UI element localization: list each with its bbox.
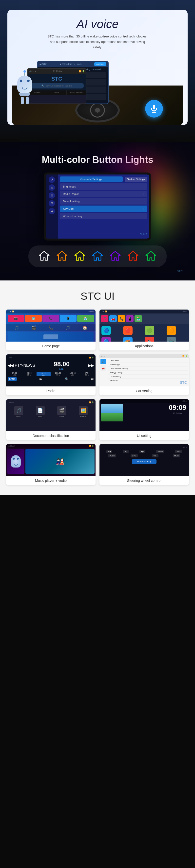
home-screen: ⬡ ▼ 📶 1:48:53 📷 🗺️ 📞 📱 🏪 🎵 🎬: [6, 310, 95, 342]
svg-rect-0: [153, 105, 155, 110]
device-mockup: ↺ ⌂ ☰ ⚙ ◀ Generale Settings System Setti…: [5, 173, 190, 241]
ui-card-radio: 13:46 📶 🔋 ◀◀ PTY-NEWS 98.00 MHz ▶▶: [6, 354, 95, 395]
svg-marker-5: [75, 251, 85, 260]
ui-card-music: 11:00 AM 📶 🔋: [6, 444, 95, 485]
ai-voice-title: AI voice: [72, 17, 124, 31]
stc-logo-bottom: STC: [5, 270, 190, 273]
stc-logo-device: STC: [140, 232, 147, 236]
svg-marker-7: [110, 251, 120, 260]
btn-light-yellow: [73, 249, 86, 263]
svg-marker-6: [92, 251, 103, 260]
settings-panel-title: Generale Settings: [60, 177, 123, 182]
voice-screen-front: 🔊 ⬡ ▼ 11:29 AM 📶 🔋 STC 🔍 Say 'Ok Google'…: [27, 68, 86, 104]
apps-screen: ⬡ ▼ 📶 1:48:53 🎵 🚗 📞 📱 🏪 🔵 🔴: [100, 310, 189, 342]
svg-marker-3: [39, 251, 49, 260]
button-lights-row: [28, 245, 167, 267]
ui-card-doc: Classify 📶 🔋 🎵 Music 📄 Docs: [6, 399, 95, 440]
ai-voice-description: STC has more than 35 offline wake-up-fre…: [46, 34, 149, 50]
svg-marker-8: [128, 251, 138, 260]
ui-card-home: ⬡ ▼ 📶 1:48:53 📷 🗺️ 📞 📱 🏪 🎵 🎬: [6, 310, 95, 350]
whitelist-setting-row[interactable]: Whitelist setting›: [60, 213, 147, 219]
brightness-row[interactable]: Brightness›: [60, 183, 147, 190]
doc-label: Document classification: [6, 431, 95, 440]
btn-light-purple: [109, 249, 122, 263]
ui-card-steering: 1:19:24 ◀◀ ▶|| ▶▶ Radio Vol+ Audio GPS V…: [100, 444, 189, 485]
ai-voice-section: AI voice STC has more than 35 offline wa…: [0, 0, 195, 142]
stc-ui-title: STC UI: [5, 290, 190, 302]
multicolor-section: Multi-color Button Lights ↺ ⌂ ☰ ⚙ ◀: [0, 142, 195, 280]
time-display: 09:09: [169, 404, 186, 411]
music-screen: 11:00 AM 📶 🔋: [6, 444, 95, 476]
radio-region-row[interactable]: Radio Region›: [60, 191, 147, 197]
ui-setting-screen: 1:06:44 09:09 UI Setting: [100, 399, 189, 431]
mic-button[interactable]: [145, 100, 163, 118]
ui-cards-grid: ⬡ ▼ 📶 1:48:53 📷 🗺️ 📞 📱 🏪 🎵 🎬: [6, 310, 189, 485]
svg-marker-9: [146, 251, 156, 260]
car-setting-screen: 13:15 📶 🔋 🎵 🚗 Drive safe› Interior light…: [100, 354, 189, 386]
car-setting-label: Car setting: [100, 386, 189, 395]
steering-label: Steering wheel control: [100, 476, 189, 485]
ui-setting-label: UI setting: [100, 431, 189, 440]
apps-label: Applications: [100, 342, 189, 350]
radio-label: Radio: [6, 386, 95, 395]
btn-light-white: [38, 249, 51, 263]
start-scanning-btn[interactable]: Start Scanning: [132, 459, 156, 464]
radio-screen: 13:46 📶 🔋 ◀◀ PTY-NEWS 98.00 MHz ▶▶: [6, 354, 95, 386]
key-light-row[interactable]: Key Light›: [60, 206, 147, 212]
system-settings-label: System Settings: [124, 177, 147, 182]
ui-card-apps: ⬡ ▼ 📶 1:48:53 🎵 🚗 📞 📱 🏪 🔵 🔴: [100, 310, 189, 350]
radio-freq-display: 98.00: [54, 360, 69, 368]
home-label: Home page: [6, 342, 95, 350]
ui-card-ui-setting: 1:06:44 09:09 UI Setting UI setting: [100, 399, 189, 440]
music-label: Music player + vedio: [6, 476, 95, 485]
robot-mascot: [17, 76, 32, 104]
steering-screen: 1:19:24 ◀◀ ▶|| ▶▶ Radio Vol+ Audio GPS V…: [100, 444, 189, 476]
stc-ui-section: STC UI ⬡ ▼ 📶 1:48:53 📷 🗺️ 📞 📱: [0, 280, 195, 495]
doc-screen: Classify 📶 🔋 🎵 Music 📄 Docs: [6, 399, 95, 431]
btn-light-red: [127, 249, 139, 263]
svg-marker-4: [57, 251, 67, 260]
btn-light-orange: [56, 249, 68, 263]
multicolor-title: Multi-color Button Lights: [5, 155, 190, 165]
default-setting-row[interactable]: Defaultsetting›: [60, 198, 147, 205]
btn-light-blue: [91, 249, 104, 263]
btn-light-green: [144, 249, 157, 263]
ui-card-car-setting: 13:15 📶 🔋 🎵 🚗 Drive safe› Interior light…: [100, 354, 189, 395]
